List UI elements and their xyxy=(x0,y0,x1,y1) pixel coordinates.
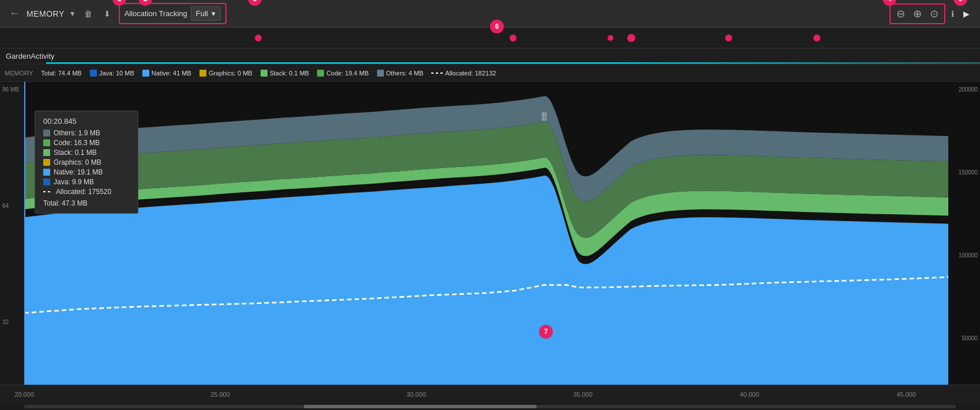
badge-6: 6 xyxy=(490,20,504,33)
annotation-dot-6[interactable] xyxy=(813,35,820,41)
cursor-line xyxy=(24,82,25,385)
tooltip-graphics-label: Graphics: 0 MB xyxy=(54,158,101,166)
graphics-swatch xyxy=(199,70,206,77)
memory-dropdown-arrow[interactable]: ▼ xyxy=(69,10,76,18)
toolbar-right: ⊖ ⊕ ⊙ ℹ ▶ xyxy=(889,3,973,24)
scrollbar-row xyxy=(0,403,980,410)
gc-marker-icon: 🗑 xyxy=(540,110,548,123)
stack-swatch xyxy=(261,70,267,77)
zoom-out-button[interactable]: ⊖ xyxy=(893,6,909,22)
x-tick-25: 25.000 xyxy=(210,391,230,398)
legend-others-label: Others: 4 MB xyxy=(386,70,424,77)
x-tick-45: 45.000 xyxy=(896,391,916,398)
tooltip-code-label: Code: 16.3 MB xyxy=(54,139,100,147)
allocated-dashed-icon xyxy=(431,73,443,74)
legend-native: Native: 41 MB xyxy=(142,70,191,77)
tooltip-stack-row: Stack: 0.1 MB xyxy=(43,149,130,157)
legend-code: Code: 19.4 MB xyxy=(317,70,368,77)
tooltip-graphics-swatch xyxy=(43,159,50,166)
y-right-200k: 200000 xyxy=(951,86,978,93)
tooltip-allocated-label: Allocated: 175520 xyxy=(56,188,111,196)
tooltip-others-row: Others: 1.9 MB xyxy=(43,129,130,137)
legend-graphics: Graphics: 0 MB xyxy=(199,70,252,77)
legend-total-label: Total: 74.4 MB xyxy=(41,70,81,77)
memory-chart-svg: 🗑 xyxy=(24,82,948,385)
tooltip-java-row: Java: 9.9 MB xyxy=(43,178,130,186)
legend-java: Java: 10 MB xyxy=(90,70,134,77)
back-button[interactable]: ← xyxy=(7,5,22,22)
play-button[interactable]: ▶ xyxy=(960,7,973,20)
tooltip-total-label: Total: 47.3 MB xyxy=(43,199,130,207)
tooltip-allocated-row: Allocated: 175520 xyxy=(43,188,130,196)
y-right-150k: 150000 xyxy=(951,169,978,176)
tooltip-java-label: Java: 9.9 MB xyxy=(54,178,94,186)
save-button[interactable]: ⬇ xyxy=(100,7,114,21)
annotation-dot-3[interactable] xyxy=(608,35,613,41)
badge-7: 7 xyxy=(539,325,553,339)
memory-section-label: MEMORY xyxy=(5,70,33,77)
toolbar-left: ← MEMORY ▼ 🗑 ⬇ Allocation Tracking Full … xyxy=(7,3,884,24)
tooltip-native-label: Native: 19.1 MB xyxy=(54,168,103,176)
legend-native-label: Native: 41 MB xyxy=(152,70,191,77)
activity-row: GardenActivity xyxy=(0,48,980,64)
tooltip-graphics-row: Graphics: 0 MB xyxy=(43,158,130,166)
full-dropdown[interactable]: Full ▾ xyxy=(191,6,221,21)
activity-label: GardenActivity xyxy=(6,52,55,60)
scrollbar-thumb[interactable] xyxy=(304,405,537,408)
y-label-96: 96 MB xyxy=(2,86,22,93)
y-label-64: 64 xyxy=(2,203,22,209)
legend-allocated: Allocated: 182132 xyxy=(431,70,496,77)
delete-button[interactable]: 🗑 xyxy=(81,7,96,21)
zoom-in-button[interactable]: ⊕ xyxy=(910,6,925,22)
legend-graphics-label: Graphics: 0 MB xyxy=(209,70,252,77)
x-tick-30: 30.000 xyxy=(406,391,426,398)
tooltip-time: 00:20.845 xyxy=(43,117,130,126)
y-axis-left: 96 MB 64 32 xyxy=(0,82,24,385)
tooltip-others-swatch xyxy=(43,130,50,136)
legend-java-label: Java: 10 MB xyxy=(99,70,134,77)
annotation-dot-2[interactable] xyxy=(510,35,517,41)
legend-row: MEMORY Total: 74.4 MB Java: 10 MB Native… xyxy=(0,64,980,82)
info-button[interactable]: ℹ xyxy=(948,7,958,20)
legend-code-label: Code: 19.4 MB xyxy=(326,70,368,77)
x-tick-40: 40.000 xyxy=(740,391,759,398)
x-tick-35: 35.000 xyxy=(573,391,593,398)
tooltip-code-swatch xyxy=(43,139,50,146)
others-swatch xyxy=(377,70,384,77)
y-right-100k: 100000 xyxy=(951,252,978,259)
activity-timeline-bar xyxy=(46,62,980,64)
tooltip-native-swatch xyxy=(43,169,50,176)
zoom-controls: ⊖ ⊕ ⊙ xyxy=(889,3,945,24)
legend-stack-label: Stack: 0.1 MB xyxy=(270,70,309,77)
legend-allocated-label: Allocated: 182132 xyxy=(445,70,496,77)
chart-area[interactable]: 96 MB 64 32 200000 150000 100000 50000 xyxy=(0,82,980,385)
allocation-group: Allocation Tracking Full ▾ xyxy=(119,3,227,24)
tooltip-java-swatch xyxy=(43,179,50,185)
annotation-bar: 6 xyxy=(0,28,980,48)
scrollbar-track[interactable] xyxy=(24,405,956,408)
annotation-dot-5[interactable] xyxy=(725,35,732,41)
annotation-dot-4[interactable] xyxy=(627,34,635,42)
legend-stack: Stack: 0.1 MB xyxy=(261,70,309,77)
x-tick-20: 20.000 xyxy=(14,391,34,398)
y-right-50k: 50000 xyxy=(951,335,978,341)
zoom-reset-button[interactable]: ⊙ xyxy=(926,6,942,22)
tooltip: 00:20.845 Others: 1.9 MB Code: 16.3 MB S… xyxy=(35,111,138,214)
legend-total: Total: 74.4 MB xyxy=(41,70,81,77)
annotation-dot-1[interactable] xyxy=(255,35,262,41)
tooltip-others-label: Others: 1.9 MB xyxy=(54,129,100,137)
full-label: Full xyxy=(196,9,208,18)
memory-label: MEMORY xyxy=(27,9,65,18)
native-swatch xyxy=(142,70,149,77)
code-swatch xyxy=(317,70,324,77)
tooltip-allocated-dashed-icon xyxy=(43,191,52,192)
tooltip-native-row: Native: 19.1 MB xyxy=(43,168,130,176)
dropdown-caret-icon: ▾ xyxy=(212,9,216,18)
legend-others: Others: 4 MB xyxy=(377,70,424,77)
y-axis-right: 200000 150000 100000 50000 xyxy=(948,82,980,385)
tooltip-stack-label: Stack: 0.1 MB xyxy=(54,149,97,157)
y-label-32: 32 xyxy=(2,319,22,325)
tooltip-stack-swatch xyxy=(43,149,50,156)
tooltip-code-row: Code: 16.3 MB xyxy=(43,139,130,147)
main-area: 6 GardenActivity MEMORY Total: 74.4 MB J… xyxy=(0,28,980,410)
